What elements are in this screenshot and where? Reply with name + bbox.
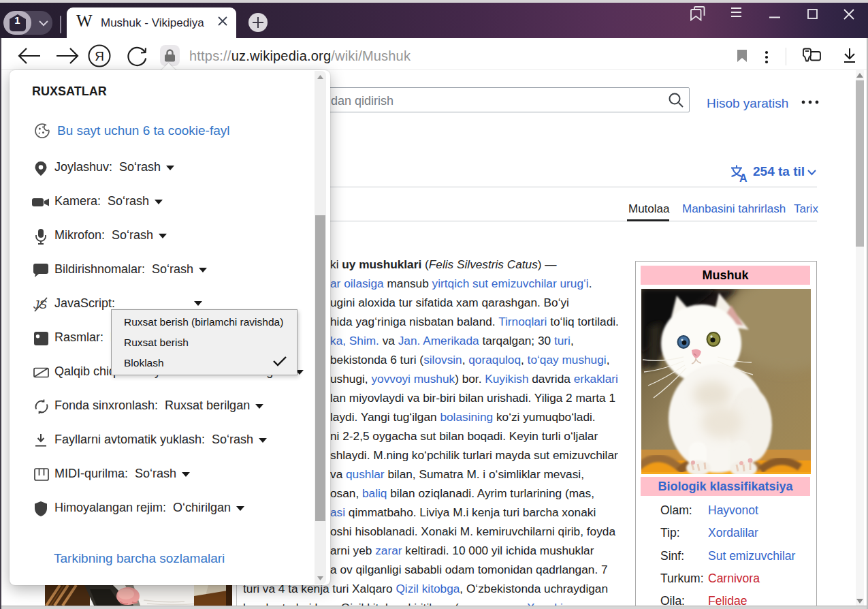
svg-text:A: A <box>739 172 748 183</box>
svg-text:Я: Я <box>95 49 104 63</box>
